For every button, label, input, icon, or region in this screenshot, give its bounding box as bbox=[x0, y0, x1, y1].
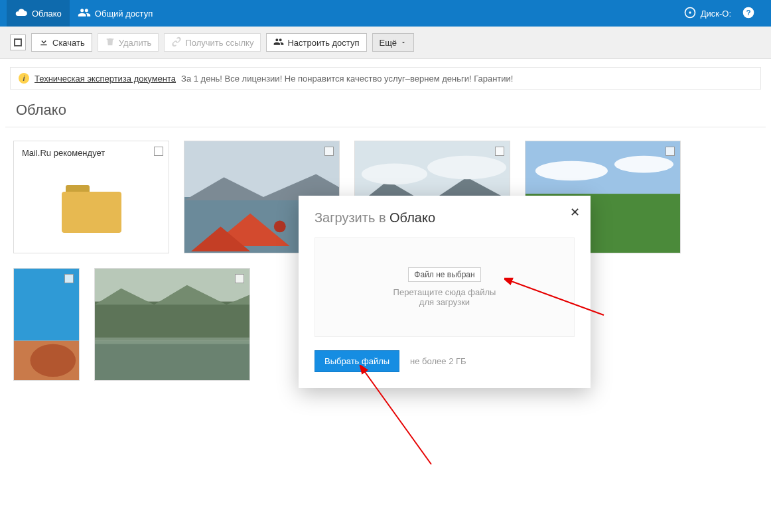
nav-shared-label: Общий доступ bbox=[95, 9, 153, 19]
users-icon bbox=[273, 36, 284, 49]
recommend-card[interactable]: Mail.Ru рекомендует bbox=[13, 141, 169, 253]
delete-button: Удалить bbox=[98, 33, 159, 52]
recommend-label: Mail.Ru рекомендует bbox=[14, 141, 169, 165]
nav-cloud[interactable]: Облако bbox=[7, 0, 70, 27]
delete-label: Удалить bbox=[119, 38, 152, 48]
nav-cloud-label: Облако bbox=[32, 9, 62, 19]
chevron-down-icon bbox=[400, 38, 407, 48]
upload-dropzone[interactable]: Файл не выбран Перетащите сюда файлы для… bbox=[315, 237, 575, 337]
modal-close-button[interactable]: ✕ bbox=[570, 205, 580, 220]
users-icon bbox=[78, 6, 91, 21]
close-icon: ✕ bbox=[570, 206, 580, 219]
svg-rect-23 bbox=[95, 301, 249, 340]
nav-disko-label: Диск-О: bbox=[701, 9, 731, 19]
card-checkbox[interactable] bbox=[324, 147, 334, 156]
configure-access-button[interactable]: Настроить доступ bbox=[266, 33, 366, 52]
folder-thumbnail bbox=[14, 165, 169, 253]
card-checkbox[interactable] bbox=[64, 274, 74, 283]
image-thumbnail bbox=[95, 269, 249, 380]
svg-point-1 bbox=[689, 11, 691, 13]
svg-point-14 bbox=[427, 156, 506, 180]
link-icon bbox=[171, 36, 182, 49]
get-link-label: Получить ссылку bbox=[185, 38, 253, 48]
dropzone-line1: Перетащите сюда файлы bbox=[393, 287, 496, 297]
card-checkbox[interactable] bbox=[666, 147, 675, 156]
promo-icon: і bbox=[19, 73, 29, 84]
configure-access-label: Настроить доступ bbox=[287, 38, 359, 48]
image-card[interactable] bbox=[94, 268, 250, 381]
trash-icon bbox=[105, 36, 115, 49]
modal-title-prefix: Загрузить в bbox=[315, 210, 389, 225]
upload-modal: ✕ Загрузить в Облако Файл не выбран Пере… bbox=[299, 196, 591, 388]
cloud-icon bbox=[15, 6, 28, 21]
dropzone-hint: Перетащите сюда файлы для загрузки bbox=[393, 287, 496, 307]
more-button[interactable]: Ещё bbox=[372, 33, 415, 52]
help-icon: ? bbox=[742, 6, 755, 21]
promo-link[interactable]: Техническая экспертиза документа bbox=[35, 74, 176, 84]
nav-disko[interactable]: Диск-О: bbox=[678, 0, 736, 27]
page-title: Облако bbox=[0, 90, 771, 127]
promo-text: За 1 день! Все лицензии! Не понравится к… bbox=[181, 74, 513, 84]
folder-icon bbox=[62, 185, 121, 233]
dropzone-line2: для загрузки bbox=[393, 297, 496, 307]
image-thumbnail bbox=[14, 269, 79, 380]
select-files-button[interactable]: Выбрать файлы bbox=[315, 350, 399, 372]
card-checkbox[interactable] bbox=[235, 274, 244, 283]
promo-bar: і Техническая экспертиза документа За 1 … bbox=[10, 67, 761, 90]
card-checkbox[interactable] bbox=[495, 147, 504, 156]
get-link-button: Получить ссылку bbox=[164, 33, 261, 52]
svg-rect-26 bbox=[95, 338, 249, 344]
download-button[interactable]: Скачать bbox=[31, 33, 92, 52]
svg-point-18 bbox=[614, 156, 673, 173]
nav-right: Диск-О: ? bbox=[678, 0, 764, 27]
modal-title: Загрузить в Облако bbox=[315, 210, 575, 226]
image-card[interactable] bbox=[13, 268, 80, 381]
nav-help[interactable]: ? bbox=[736, 0, 764, 27]
svg-text:?: ? bbox=[746, 8, 750, 17]
top-nav: Облако Общий доступ Диск-О: ? bbox=[0, 0, 771, 27]
svg-point-13 bbox=[362, 164, 427, 185]
download-icon bbox=[38, 36, 49, 49]
svg-point-21 bbox=[31, 344, 76, 377]
modal-title-strong: Облако bbox=[389, 210, 435, 225]
svg-rect-24 bbox=[95, 341, 249, 380]
modal-footer: Выбрать файлы не более 2 ГБ bbox=[315, 350, 575, 372]
disk-icon bbox=[683, 6, 697, 21]
card-checkbox[interactable] bbox=[154, 147, 163, 156]
nav-shared[interactable]: Общий доступ bbox=[70, 0, 161, 27]
svg-point-9 bbox=[274, 221, 286, 233]
no-file-chip: Файл не выбран bbox=[408, 267, 480, 282]
toolbar: Скачать Удалить Получить ссылку Настроит… bbox=[0, 27, 771, 59]
select-all-checkbox[interactable] bbox=[10, 34, 26, 50]
more-label: Ещё bbox=[380, 38, 397, 48]
svg-point-17 bbox=[535, 161, 608, 181]
download-label: Скачать bbox=[52, 38, 85, 48]
upload-limit-hint: не более 2 ГБ bbox=[410, 356, 466, 366]
